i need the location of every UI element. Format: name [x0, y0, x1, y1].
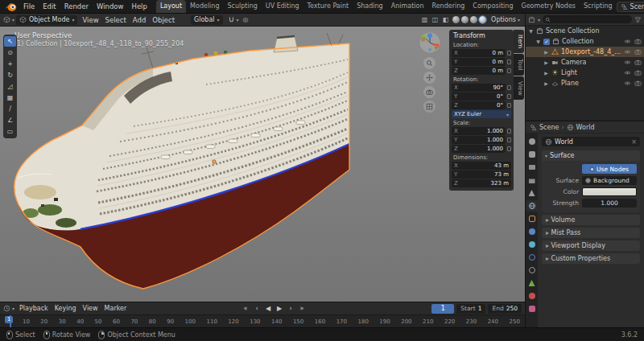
tab-constraints[interactable]: [526, 265, 538, 276]
select-box-tool[interactable]: ↖: [4, 36, 16, 47]
perspective-toggle-icon[interactable]: [423, 101, 436, 113]
editor-type-icon[interactable]: [3, 16, 10, 23]
tab-modifiers[interactable]: [526, 226, 538, 237]
timeline-ruler[interactable]: 0102030405060708090100110120130140150160…: [0, 314, 525, 327]
collapsed-panel-header[interactable]: Mist Pass: [542, 228, 640, 238]
lock-icon[interactable]: [507, 68, 511, 73]
disclosure-icon[interactable]: ▶: [543, 49, 549, 55]
workspace-tab[interactable]: Layout: [156, 0, 186, 13]
filter-icon[interactable]: [634, 16, 642, 23]
outliner-row-collection[interactable]: ▼ ✓ Collection: [526, 36, 644, 47]
scene-selector[interactable]: Scene ×: [617, 2, 644, 12]
viewport-menu-item[interactable]: Object: [149, 14, 178, 27]
mode-dropdown[interactable]: Object Mode ▾: [16, 15, 77, 25]
start-frame-field[interactable]: Start1: [456, 304, 485, 314]
outliner-search-input[interactable]: [543, 15, 632, 23]
collapsed-panel-header[interactable]: Volume: [542, 215, 640, 225]
disclosure-icon[interactable]: ▶: [543, 70, 549, 76]
chevron-down-icon[interactable]: ▾: [12, 306, 14, 311]
dimensions-x-field[interactable]: X43 m: [452, 162, 511, 170]
viewport-menu-item[interactable]: Add: [130, 14, 149, 27]
workspace-tab[interactable]: Modeling: [186, 0, 223, 13]
timeline-menu-item[interactable]: Keying: [52, 302, 80, 315]
disclosure-icon[interactable]: ▼: [528, 28, 534, 34]
zoom-icon[interactable]: [423, 57, 436, 69]
world-datablock-field[interactable]: World ×: [542, 137, 640, 146]
navigation-gizmo[interactable]: [419, 32, 440, 53]
rotation-y-field[interactable]: Y0°: [452, 92, 511, 101]
camera-view-icon[interactable]: [423, 86, 436, 98]
scale-x-field[interactable]: X1.000: [452, 127, 511, 135]
ship-model[interactable]: [3, 27, 444, 294]
strength-field[interactable]: 1.000: [582, 199, 637, 207]
hide-in-viewport-icon[interactable]: [624, 48, 631, 55]
show-gizmo-icon[interactable]: ▥: [419, 16, 430, 23]
jump-to-start-button[interactable]: «: [240, 303, 251, 314]
proportional-editing-icon[interactable]: ◎: [241, 16, 251, 23]
workspace-tab[interactable]: Rendering: [427, 0, 469, 13]
disable-in-render-icon[interactable]: [634, 80, 642, 87]
chevron-down-icon[interactable]: ▾: [538, 17, 540, 23]
workspace-tab[interactable]: Compositing: [469, 0, 517, 13]
rotate-tool[interactable]: ↻: [4, 70, 16, 80]
breadcrumb-world[interactable]: World: [576, 124, 595, 131]
disable-in-render-icon[interactable]: [634, 38, 642, 45]
collection-checkbox[interactable]: ✓: [543, 39, 550, 45]
lock-icon[interactable]: [507, 94, 511, 99]
orientation-dropdown[interactable]: Global ▾: [191, 15, 223, 25]
location-y-field[interactable]: Y0 m: [452, 58, 511, 66]
workspace-tab[interactable]: Animation: [387, 0, 428, 13]
timeline-editor-icon[interactable]: [3, 305, 10, 312]
outliner-row-camera[interactable]: ▶ Camera: [526, 57, 644, 68]
sidebar-tab[interactable]: Tool: [514, 54, 524, 76]
outliner-row-scene-collection[interactable]: ▼ Scene Collection: [526, 26, 644, 36]
sidebar-tab[interactable]: View: [514, 76, 524, 101]
jump-to-end-button[interactable]: »: [296, 303, 308, 314]
pan-icon[interactable]: [423, 72, 436, 84]
lock-icon[interactable]: [507, 60, 511, 64]
scale-y-field[interactable]: Y1.000: [452, 136, 511, 144]
play-button[interactable]: ▶: [274, 303, 285, 314]
hide-in-viewport-icon[interactable]: [624, 59, 631, 66]
sidebar-tab[interactable]: Item: [514, 30, 524, 53]
collapsed-panel-header[interactable]: Custom Properties: [542, 253, 640, 264]
move-tool[interactable]: +: [4, 59, 16, 69]
lock-icon[interactable]: [507, 138, 511, 142]
prev-keyframe-button[interactable]: ‹: [251, 303, 262, 314]
viewport-3d[interactable]: User Perspective (1) Collection | 10expo…: [0, 27, 525, 302]
next-keyframe-button[interactable]: ›: [285, 303, 296, 314]
workspace-tab[interactable]: Geometry Nodes: [518, 0, 580, 13]
tab-tool[interactable]: [526, 136, 538, 147]
xray-toggle-icon[interactable]: ◧: [440, 16, 451, 23]
editor-type-caret-icon[interactable]: ▾: [12, 17, 14, 23]
workspace-tab[interactable]: Texture Paint: [303, 0, 353, 13]
disclosure-icon[interactable]: ▶: [543, 60, 549, 65]
playhead-frame-badge[interactable]: 1: [5, 316, 13, 323]
menu-item[interactable]: Help: [127, 0, 151, 13]
tab-object[interactable]: [526, 213, 538, 224]
scale-tool[interactable]: ◿: [4, 81, 16, 92]
blender-logo-icon[interactable]: [4, 2, 17, 12]
transform-panel-title[interactable]: Transform: [452, 31, 511, 41]
rotation-x-field[interactable]: X90°: [452, 84, 511, 92]
lock-icon[interactable]: [507, 51, 511, 55]
disclosure-icon[interactable]: ▶: [543, 80, 549, 86]
dimensions-y-field[interactable]: Y73 m: [452, 170, 511, 179]
menu-item[interactable]: Edit: [39, 0, 60, 13]
viewport-menu-item[interactable]: View: [79, 14, 101, 27]
workspace-tab[interactable]: Shading: [353, 0, 387, 13]
rotation-z-field[interactable]: Z0°: [452, 101, 511, 109]
outliner-row-light[interactable]: ▶ Light: [526, 68, 644, 78]
options-dropdown[interactable]: Options ▾: [491, 16, 522, 23]
tab-output[interactable]: [526, 162, 538, 173]
hide-in-viewport-icon[interactable]: [624, 69, 631, 76]
tab-texture[interactable]: [526, 303, 538, 314]
menu-item[interactable]: Render: [60, 0, 93, 13]
tab-particles[interactable]: [526, 239, 538, 250]
tab-material[interactable]: [526, 290, 538, 302]
tab-scene[interactable]: [526, 187, 538, 199]
current-frame-field[interactable]: 1: [431, 304, 454, 314]
collapsed-panel-header[interactable]: Viewport Display: [542, 240, 640, 251]
disable-in-render-icon[interactable]: [634, 59, 642, 66]
location-x-field[interactable]: X0 m: [452, 49, 511, 57]
